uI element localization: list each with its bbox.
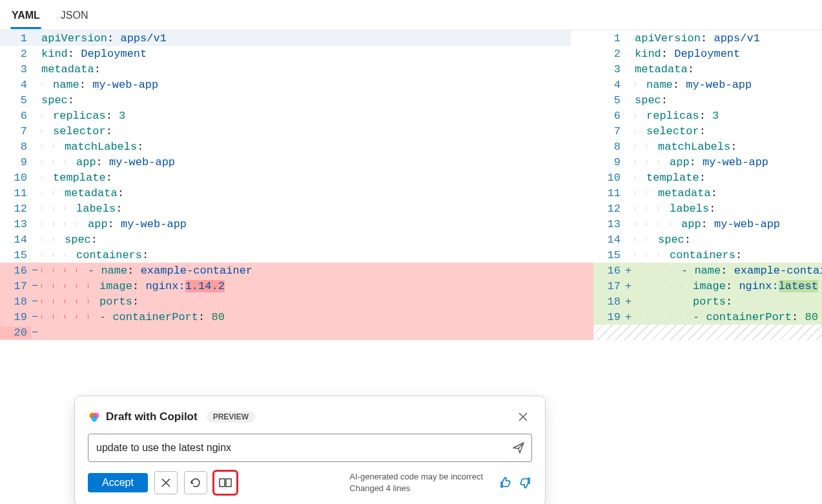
copilot-status-text: AI-generated code may be incorrect Chang… [349, 471, 483, 494]
send-icon[interactable] [512, 441, 525, 454]
code-content: metadata: [39, 63, 593, 76]
copilot-input-row [88, 434, 532, 462]
line-number: 18 [593, 296, 624, 308]
code-content: kind: Deployment [39, 48, 593, 60]
copilot-draft-widget: Draft with Copilot PREVIEW Accept AI-gen… [74, 396, 546, 504]
line-number: 6 [593, 110, 624, 122]
line-number: 2 [593, 48, 624, 60]
tab-json[interactable]: JSON [59, 3, 90, 29]
toggle-diff-view-button[interactable] [214, 471, 237, 494]
code-line[interactable]: 2kind: Deployment [0, 46, 593, 61]
copilot-status-disclaimer: AI-generated code may be incorrect [349, 471, 483, 483]
code-line[interactable]: 3metadata: [593, 61, 822, 77]
code-line[interactable]: 13app: my-web-app [593, 216, 822, 232]
code-line[interactable]: 9app: my-web-app [0, 154, 593, 170]
code-line[interactable]: 2kind: Deployment [593, 46, 822, 61]
code-line[interactable]: 16−- name: example-container [0, 263, 593, 278]
line-number: 19 [0, 311, 31, 323]
tab-bar: YAML JSON [0, 0, 822, 30]
code-line[interactable]: 16+- name: example-container [593, 263, 822, 278]
diff-marker: − [31, 296, 39, 308]
code-line[interactable]: 3metadata: [0, 61, 593, 77]
line-number: 10 [0, 172, 31, 184]
diff-marker: − [31, 265, 39, 277]
code-line[interactable]: 14spec: [593, 232, 822, 247]
code-line[interactable]: 10template: [0, 170, 593, 185]
code-line[interactable]: 12labels: [593, 201, 822, 216]
line-number: 8 [0, 141, 31, 153]
line-number: 11 [0, 187, 31, 199]
code-line[interactable]: 4name: my-web-app [593, 77, 822, 92]
code-content: template: [632, 172, 822, 184]
code-line[interactable]: 8matchLabels: [593, 139, 822, 154]
code-line[interactable]: 10template: [593, 170, 822, 185]
copilot-prompt-input[interactable] [95, 441, 506, 454]
code-line[interactable]: 15containers: [0, 247, 593, 263]
diff-marker: − [31, 327, 39, 339]
code-line[interactable]: 17+image: nginx:latest [593, 278, 822, 294]
line-number: 8 [593, 141, 624, 153]
code-line[interactable]: 5spec: [593, 92, 822, 108]
code-content: spec: [39, 234, 593, 246]
accept-button[interactable]: Accept [88, 473, 148, 492]
code-line[interactable]: 8matchLabels: [0, 139, 593, 154]
tab-yaml[interactable]: YAML [10, 3, 41, 29]
diff-marker: + [624, 311, 632, 323]
line-number: 9 [593, 156, 624, 168]
thumbs-down-icon[interactable] [519, 476, 532, 489]
line-number: 12 [593, 203, 624, 215]
code-line[interactable]: 6replicas: 3 [593, 108, 822, 123]
minimap[interactable] [571, 30, 593, 340]
thumbs-up-icon[interactable] [498, 476, 511, 489]
code-content: app: my-web-app [39, 156, 593, 168]
line-number: 18 [0, 296, 31, 308]
line-number: 13 [593, 218, 624, 230]
code-line[interactable]: 17−image: nginx:1.14.2 [0, 278, 593, 294]
code-content: - name: example-container [632, 265, 822, 277]
code-line[interactable]: 12labels: [0, 201, 593, 216]
line-number: 9 [0, 156, 31, 168]
line-number: 15 [593, 249, 624, 261]
code-line[interactable]: 18−ports: [0, 294, 593, 309]
code-line[interactable]: 20− [0, 325, 593, 340]
discard-button[interactable] [154, 471, 178, 494]
line-number: 14 [593, 234, 624, 246]
code-content: apiVersion: apps/v1 [39, 32, 593, 45]
close-icon[interactable] [514, 408, 532, 426]
code-content: ports: [632, 296, 822, 308]
code-line[interactable]: 15containers: [593, 247, 822, 263]
line-number: 17 [0, 280, 31, 292]
code-line[interactable]: 1apiVersion: apps/v1 [0, 30, 593, 46]
code-line[interactable]: 7selector: [0, 123, 593, 139]
diff-pane-original[interactable]: 1apiVersion: apps/v12kind: Deployment3me… [0, 30, 593, 340]
code-line[interactable]: 5spec: [0, 92, 593, 108]
code-line[interactable]: 19−- containerPort: 80 [0, 309, 593, 325]
copilot-logo-icon [88, 410, 101, 423]
code-line[interactable]: 11metadata: [0, 185, 593, 201]
code-line[interactable]: 18+ports: [593, 294, 822, 309]
code-content: image: nginx:1.14.2 [39, 280, 593, 292]
code-content: spec: [39, 94, 593, 106]
code-line[interactable]: 11metadata: [593, 185, 822, 201]
code-line[interactable]: 4name: my-web-app [0, 77, 593, 92]
code-content: - containerPort: 80 [632, 311, 822, 323]
diff-viewer: 1apiVersion: apps/v12kind: Deployment3me… [0, 30, 822, 340]
code-content: name: my-web-app [39, 79, 593, 91]
code-line[interactable]: 1apiVersion: apps/v1 [593, 30, 822, 46]
code-line[interactable]: 9app: my-web-app [593, 154, 822, 170]
line-number: 7 [0, 125, 31, 137]
code-line[interactable]: 13app: my-web-app [0, 216, 593, 232]
diff-pane-modified[interactable]: 1apiVersion: apps/v12kind: Deployment3me… [593, 30, 822, 340]
code-content: metadata: [632, 63, 822, 76]
code-content: apiVersion: apps/v1 [632, 32, 822, 45]
code-line[interactable]: 6replicas: 3 [0, 108, 593, 123]
code-content: containers: [39, 249, 593, 261]
code-line[interactable]: 19+- containerPort: 80 [593, 309, 822, 325]
regenerate-button[interactable] [184, 471, 207, 494]
line-number: 1 [0, 32, 31, 45]
line-number: 15 [0, 249, 31, 261]
line-number: 19 [593, 311, 624, 323]
code-line[interactable]: 7selector: [593, 123, 822, 139]
code-content: ports: [39, 296, 593, 308]
code-line[interactable]: 14spec: [0, 232, 593, 247]
